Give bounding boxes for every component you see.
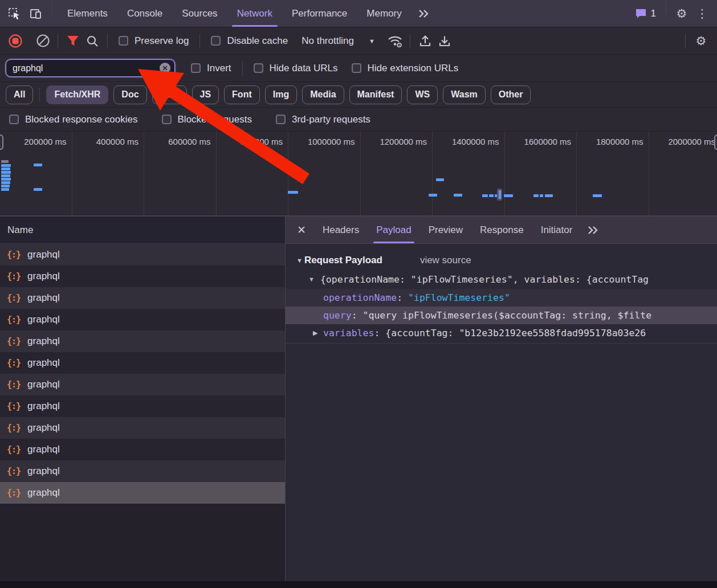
timeline-request-bar[interactable]: [1, 171, 11, 174]
filter-chip-all[interactable]: All: [6, 85, 33, 104]
import-har-icon[interactable]: [415, 31, 435, 51]
payload-preview-line[interactable]: ▼ {operationName: "ipFlowTimeseries", va…: [286, 270, 717, 289]
main-tab-console[interactable]: Console: [117, 0, 172, 27]
timeline-request-bar[interactable]: [436, 178, 444, 181]
timeline-request-bar[interactable]: [1, 160, 9, 163]
timeline-request-bar[interactable]: [1, 185, 10, 187]
filter-chip-ws[interactable]: WS: [407, 85, 438, 104]
filter-funnel-icon[interactable]: [63, 31, 83, 51]
json-request-icon: {:}: [7, 401, 21, 411]
timeline-request-bar[interactable]: [429, 194, 437, 197]
detail-tab-preview[interactable]: Preview: [420, 217, 471, 243]
timeline-request-bar[interactable]: [482, 194, 488, 197]
view-source-link[interactable]: view source: [420, 255, 471, 266]
kebab-menu-icon[interactable]: ⋮: [692, 0, 712, 27]
filter-chip-fetch-xhr[interactable]: Fetch/XHR: [46, 85, 108, 104]
more-tabs-icon[interactable]: [412, 0, 435, 27]
request-row[interactable]: {:}graphql: [0, 460, 285, 482]
inspect-element-icon[interactable]: [3, 0, 25, 27]
more-detail-tabs-icon[interactable]: [581, 217, 605, 243]
timeline-request-bar[interactable]: [1, 168, 10, 170]
request-row[interactable]: {:}graphql: [0, 244, 285, 266]
filter-chip-js[interactable]: JS: [192, 85, 219, 104]
timeline-request-bar[interactable]: [34, 164, 42, 166]
search-icon[interactable]: [83, 31, 102, 51]
timeline-request-bar[interactable]: [593, 194, 602, 197]
timeline-request-bar[interactable]: [1, 181, 10, 184]
request-row[interactable]: {:}graphql: [0, 395, 285, 417]
filter-chip-other[interactable]: Other: [491, 85, 531, 104]
throttling-select[interactable]: No throttling: [302, 35, 354, 47]
request-row[interactable]: {:}graphql: [0, 287, 285, 309]
device-toolbar-icon[interactable]: [25, 0, 47, 27]
preserve-log-label: Preserve log: [135, 35, 189, 47]
preserve-log-checkbox[interactable]: [119, 36, 128, 46]
filter-chip-manifest[interactable]: Manifest: [349, 85, 402, 104]
request-row[interactable]: {:}graphql: [0, 352, 285, 374]
filter-chip-wasm[interactable]: Wasm: [443, 85, 486, 104]
timeline-request-bar[interactable]: [1, 178, 11, 181]
timeline-selected-marker[interactable]: [497, 189, 502, 201]
clear-network-log-icon[interactable]: [33, 31, 52, 51]
clear-filter-icon[interactable]: ✕: [160, 63, 170, 74]
payload-tree-row[interactable]: operationName: "ipFlowTimeseries": [286, 289, 717, 307]
network-settings-gear-icon[interactable]: ⚙: [691, 34, 711, 48]
timeline-request-bar[interactable]: [504, 194, 513, 197]
payload-tree-row[interactable]: ▶variables: {accountTag: "b12e3b2192ee55…: [286, 324, 717, 342]
payload-tree-row[interactable]: query: "query ipFlowTimeseries($accountT…: [286, 307, 717, 324]
tree-expander-icon[interactable]: ▶: [313, 324, 317, 342]
blocked-requests-checkbox[interactable]: [162, 115, 172, 124]
main-tab-sources[interactable]: Sources: [172, 0, 227, 27]
hide-data-urls-checkbox[interactable]: [254, 63, 263, 73]
3rd-party-requests-checkbox[interactable]: [276, 115, 286, 124]
close-details-icon[interactable]: ✕: [289, 217, 314, 243]
detail-tab-initiator[interactable]: Initiator: [532, 217, 581, 243]
timeline-request-bar[interactable]: [540, 194, 543, 197]
timeline-request-bar[interactable]: [533, 194, 539, 197]
record-network-log-icon[interactable]: [6, 31, 25, 51]
request-row[interactable]: {:}graphql: [0, 374, 285, 395]
timeline-request-bar[interactable]: [454, 194, 462, 197]
payload-preview-expander-icon[interactable]: ▼: [308, 276, 315, 283]
timeline-request-bar[interactable]: [1, 164, 11, 167]
filter-chip-doc[interactable]: Doc: [113, 85, 146, 104]
blocked-response-cookies-checkbox[interactable]: [9, 115, 19, 124]
timeline-request-bar[interactable]: [1, 174, 10, 177]
detail-tab-payload[interactable]: Payload: [368, 217, 419, 243]
detail-tab-headers[interactable]: Headers: [314, 217, 368, 243]
timeline-request-bar[interactable]: [1, 188, 9, 191]
main-tab-memory[interactable]: Memory: [357, 0, 411, 27]
network-conditions-icon[interactable]: [385, 31, 405, 51]
filter-input[interactable]: [6, 59, 175, 77]
timeline-right-handle[interactable]: [714, 134, 717, 150]
main-tab-performance[interactable]: Performance: [282, 0, 357, 27]
request-row[interactable]: {:}graphql: [0, 309, 285, 330]
main-tab-elements[interactable]: Elements: [58, 0, 117, 27]
filter-chip-font[interactable]: Font: [224, 85, 260, 104]
filter-chip-media[interactable]: Media: [302, 85, 344, 104]
request-row[interactable]: {:}graphql: [0, 417, 285, 439]
disable-cache-checkbox[interactable]: [211, 36, 221, 46]
timeline-left-handle[interactable]: [0, 134, 3, 150]
timeline-request-bar[interactable]: [288, 191, 298, 194]
settings-gear-icon[interactable]: ⚙: [671, 0, 692, 27]
request-payload-expander-icon[interactable]: ▼: [296, 257, 303, 264]
name-column-header[interactable]: Name: [0, 217, 285, 244]
request-row[interactable]: {:}graphql: [0, 330, 285, 352]
main-tab-network[interactable]: Network: [227, 0, 282, 27]
request-name: graphql: [27, 292, 60, 304]
request-row[interactable]: {:}graphql: [0, 439, 285, 460]
filter-chip-img[interactable]: Img: [265, 85, 297, 104]
hide-extension-urls-checkbox[interactable]: [352, 63, 361, 73]
timeline-request-bar[interactable]: [34, 188, 42, 191]
issues-button[interactable]: 1: [630, 0, 661, 27]
invert-checkbox[interactable]: [191, 63, 201, 73]
export-har-icon[interactable]: [435, 31, 454, 51]
timeline-request-bar[interactable]: [545, 194, 553, 197]
request-row[interactable]: {:}graphql: [0, 482, 285, 504]
timeline-request-bar[interactable]: [489, 194, 494, 197]
request-row[interactable]: {:}graphql: [0, 266, 285, 287]
detail-tab-response[interactable]: Response: [471, 217, 532, 243]
filter-chip-css[interactable]: CSS: [152, 85, 187, 104]
network-overview-timeline[interactable]: 200000 ms400000 ms600000 ms800000 ms1000…: [0, 132, 717, 217]
